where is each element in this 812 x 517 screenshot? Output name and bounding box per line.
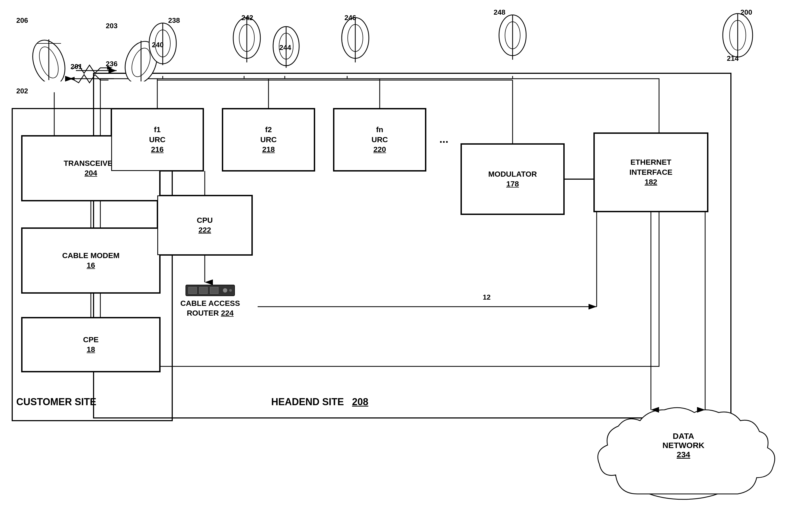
transceiver-label: TRANSCEIVER (64, 159, 118, 168)
router-label: CABLE ACCESSROUTER 224 (160, 299, 260, 318)
cpu-box: CPU 222 (157, 195, 252, 255)
ref-214: 214 (727, 54, 738, 63)
antenna-244 (268, 16, 304, 68)
ethernet-interface-box: ETHERNETINTERFACE 182 (594, 133, 708, 212)
customer-site-label: CUSTOMER SITE (16, 396, 96, 408)
svg-point-80 (223, 288, 227, 293)
data-network-label: DATA NETWORK 234 (640, 432, 727, 459)
urc-f1-box: f1 URC 216 (111, 109, 203, 171)
urc-f2-box: f2 URC 218 (223, 109, 315, 171)
cpu-ref: 222 (199, 225, 211, 235)
cable-modem-box: CABLE MODEM 16 (22, 228, 160, 293)
svg-rect-79 (210, 287, 218, 294)
ellipsis: ... (439, 133, 448, 145)
ref-203: 203 (106, 22, 117, 30)
antenna-206 (27, 27, 70, 81)
ref-206: 206 (16, 16, 28, 25)
ethernet-interface-ref: 182 (645, 177, 658, 187)
ref-238: 238 (168, 16, 180, 25)
ref-244: 244 (279, 44, 291, 52)
ref-201: 201 (70, 62, 82, 71)
urc-fn-box: fn URC 220 (334, 109, 426, 171)
svg-point-81 (229, 289, 232, 292)
antenna-200 (716, 5, 759, 60)
modulator-box: MODULATOR 178 (461, 144, 564, 214)
cable-access-router-area: CABLE ACCESSROUTER 224 (160, 282, 260, 315)
diagram: TRANSCEIVER 204 CABLE MODEM 16 CPE 18 f1… (0, 0, 812, 517)
ref-246: 246 (344, 13, 356, 22)
cpu-label: CPU (197, 216, 213, 225)
cpe-label: CPE (83, 335, 99, 345)
router-icon (183, 282, 237, 299)
svg-rect-77 (188, 287, 197, 294)
modulator-ref: 178 (506, 179, 519, 189)
ethernet-interface-label: ETHERNETINTERFACE (630, 157, 673, 177)
ref-12: 12 (483, 293, 491, 301)
transceiver-ref: 204 (85, 168, 97, 178)
ref-242: 242 (241, 13, 253, 22)
cable-modem-label: CABLE MODEM (62, 251, 120, 261)
ref-200: 200 (741, 8, 752, 17)
svg-rect-78 (199, 287, 207, 294)
ref-236: 236 (106, 60, 117, 68)
cable-modem-ref: 16 (87, 261, 95, 270)
headend-site-label: HEADEND SITE 208 (271, 396, 368, 408)
ref-248: 248 (494, 8, 505, 17)
urc-f1-label: f1 URC 216 (149, 125, 166, 155)
cpe-box: CPE 18 (22, 318, 160, 372)
urc-fn-label: fn URC 220 (372, 125, 388, 155)
cpe-ref: 18 (87, 345, 95, 354)
ref-202: 202 (16, 87, 28, 95)
urc-f2-label: f2 URC 218 (260, 125, 277, 155)
ref-240: 240 (152, 41, 164, 49)
modulator-label: MODULATOR (488, 169, 537, 179)
